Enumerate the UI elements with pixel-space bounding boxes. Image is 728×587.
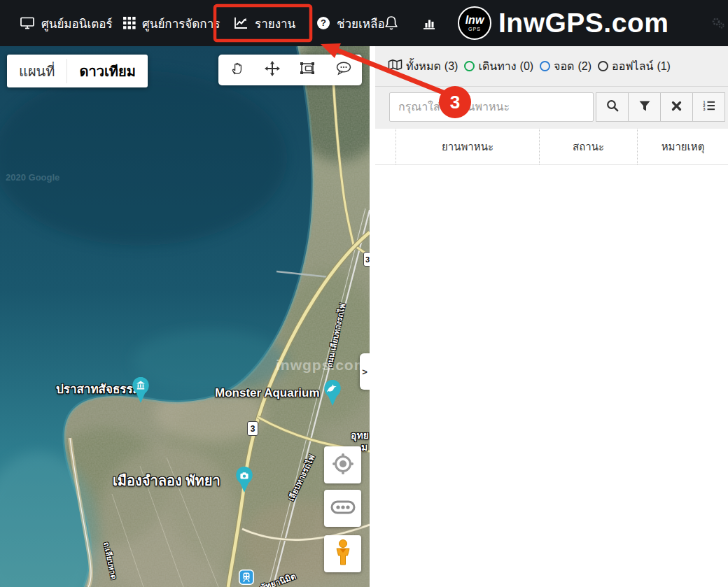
map-type-satellite-button[interactable]: ดาวเทียม — [67, 55, 147, 87]
area-select-button[interactable] — [294, 57, 322, 83]
svg-text:?: ? — [321, 17, 326, 28]
filter-parked[interactable]: จอด (2) — [540, 57, 592, 75]
filter-moving[interactable]: เดินทาง (0) — [464, 57, 533, 75]
road-shield-3: 3 — [247, 421, 258, 436]
status-ring-offline — [598, 61, 608, 71]
status-ring-parked — [540, 61, 550, 71]
filter-label: ทั้งหมด — [406, 57, 441, 75]
brand-logo[interactable]: Inw GPS — [458, 6, 491, 40]
poi-label-monster-aquarium: Monster Aquarium — [215, 386, 320, 400]
svg-text:3: 3 — [703, 107, 705, 111]
chevron-right-icon: > — [362, 367, 368, 377]
grid-icon — [123, 17, 136, 29]
nav-label: ช่วยเหลือ — [337, 14, 385, 33]
gear-icon — [711, 17, 725, 32]
nav-label: ศูนย์มอนิเตอร์ — [41, 14, 113, 33]
funnel-icon — [639, 101, 650, 114]
list-view-button[interactable]: 123 — [692, 92, 725, 122]
filter-count: (0) — [520, 60, 534, 73]
comment-button[interactable] — [330, 57, 358, 83]
map-pin-museum-icon[interactable] — [132, 377, 150, 404]
clear-button[interactable] — [660, 92, 693, 122]
filter-count: (1) — [657, 60, 671, 73]
satellite-imagery — [0, 46, 370, 587]
monitor-icon — [20, 16, 35, 30]
search-button[interactable] — [596, 92, 629, 122]
map-pin-camera-icon[interactable] — [235, 467, 253, 493]
nav-label: รายงาน — [255, 14, 295, 33]
move-button[interactable] — [258, 57, 286, 83]
locate-button[interactable] — [324, 446, 361, 483]
statistics-button[interactable] — [421, 0, 437, 46]
filter-label: จอด — [554, 57, 574, 75]
status-ring-moving — [464, 61, 475, 71]
table-header-vehicle: ยานพาหนะ — [396, 129, 539, 164]
map-type-map-button[interactable]: แผนที่ — [7, 55, 66, 87]
nav-management-center[interactable]: ศูนย์การจัดการ — [123, 0, 220, 46]
table-header-remark: หมายเหตุ — [637, 129, 728, 164]
nav-help[interactable]: ? ช่วยเหลือ — [316, 0, 385, 46]
road-shield-36: 36 — [363, 252, 370, 267]
status-filter-bar: ทั้งหมด (3) เดินทาง (0) จอด (2) ออฟไลน์ … — [375, 46, 728, 87]
search-row: 123 — [375, 87, 728, 129]
table-header-select — [375, 129, 396, 164]
nav-reports[interactable]: รายงาน — [234, 0, 295, 46]
nav-label: ศูนย์การจัดการ — [142, 14, 220, 33]
poi-label-partial-2: ม — [361, 439, 368, 455]
filter-label: ออฟไลน์ — [612, 57, 653, 75]
nav-monitor-center[interactable]: ศูนย์มอนิเตอร์ — [20, 0, 113, 46]
transit-station-icon[interactable] — [239, 570, 254, 587]
brand-title[interactable]: InwGPS.com — [498, 0, 668, 46]
filter-button[interactable] — [628, 92, 661, 122]
route-dots-icon — [330, 500, 356, 518]
table-header-status: สถานะ — [539, 129, 637, 164]
pegman-icon — [332, 539, 354, 570]
comment-icon — [335, 62, 352, 78]
poi-label-mini-siam: เมืองจำลอง พัทยา — [113, 469, 220, 492]
bar-chart-icon — [421, 15, 437, 31]
filter-label: เดินทาง — [478, 57, 516, 75]
site-watermark: inwgps.com — [276, 357, 368, 374]
area-select-icon — [300, 62, 316, 78]
chart-line-icon — [234, 17, 248, 29]
hand-icon — [229, 61, 244, 79]
close-icon — [671, 101, 682, 114]
route-view-button[interactable] — [324, 490, 361, 527]
search-button-group: 123 — [596, 92, 725, 122]
vehicle-table-header: ยานพาหนะ สถานะ หมายเหตุ — [375, 129, 728, 165]
map-pin-dolphin-icon[interactable] — [323, 380, 342, 406]
logo-text: Inw — [465, 15, 484, 26]
filter-count: (3) — [444, 60, 458, 73]
ordered-list-icon: 123 — [703, 100, 715, 114]
notifications-bell[interactable] — [384, 0, 399, 46]
map-type-switch: แผนที่ ดาวเทียม — [7, 55, 148, 87]
filter-all[interactable]: ทั้งหมด (3) — [388, 57, 458, 75]
google-watermark: 2020 Google — [6, 172, 59, 183]
help-icon: ? — [316, 16, 330, 30]
locate-icon — [331, 452, 355, 479]
map-icon — [388, 59, 402, 73]
pan-hand-button[interactable] — [223, 57, 251, 83]
pegman-button[interactable] — [324, 535, 361, 572]
panel-collapse-toggle[interactable]: > — [360, 353, 370, 390]
poi-label-sanctuary-of-truth: ปราสาทสัจธรรม — [56, 379, 141, 398]
top-navbar: ศูนย์มอนิเตอร์ ศูนย์การจัดการ รายงาน ? ช… — [0, 0, 728, 46]
vehicle-list-panel: ทั้งหมด (3) เดินทาง (0) จอด (2) ออฟไลน์ … — [370, 46, 728, 587]
filter-offline[interactable]: ออฟไลน์ (1) — [598, 57, 671, 75]
logo-subtext: GPS — [468, 27, 481, 31]
map-toolbar — [218, 55, 362, 85]
map-pane[interactable]: 2020 Google inwgps.com ปราสาทสัจธรรม Mon… — [0, 46, 370, 587]
vehicle-search-input[interactable] — [389, 92, 594, 122]
bell-icon — [384, 15, 399, 31]
move-icon — [265, 61, 280, 79]
search-icon — [606, 99, 619, 115]
filter-count: (2) — [578, 60, 592, 73]
